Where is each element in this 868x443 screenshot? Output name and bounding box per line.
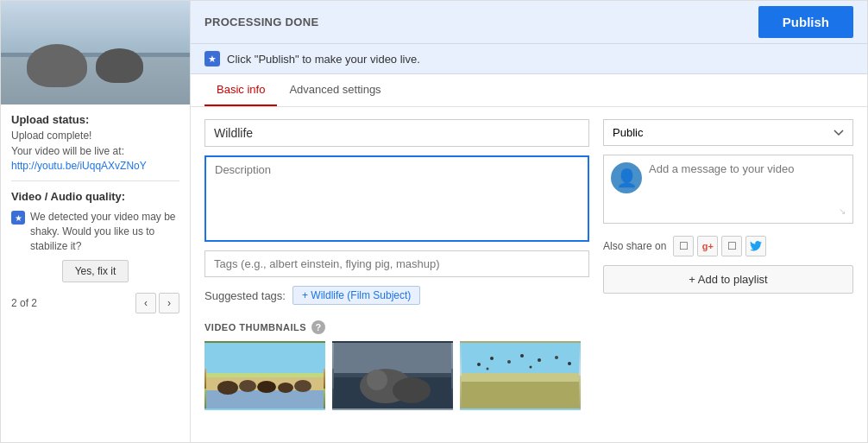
share-checkbox-1[interactable]: ☐ [673,236,694,256]
description-textarea[interactable] [204,155,589,242]
share-google-plus-button[interactable]: g+ [697,236,718,256]
video-thumbnail-preview [1,1,190,104]
hint-star-icon: ★ [204,51,220,66]
svg-point-25 [487,368,489,370]
visibility-select[interactable]: Public Private Unlisted [603,119,853,146]
tags-input[interactable] [204,250,589,277]
quality-text: We detected your video may be shaky. Wou… [30,210,179,253]
avatar-icon: 👤 [616,168,638,188]
tab-advanced-settings[interactable]: Advanced settings [277,74,393,106]
video-live-text: Your video will be live at: [11,145,179,157]
page-buttons: ‹ › [135,293,179,313]
video-link[interactable]: http://youtu.be/iUqqAXvZNoY [11,160,147,172]
thumbnails-row [204,341,589,410]
svg-point-13 [393,377,431,403]
resize-handle: ↘ [839,206,846,216]
svg-point-4 [217,381,238,395]
thumbnail-seal[interactable] [332,341,453,410]
thumbnail-horses-image [206,343,325,410]
svg-point-20 [507,360,511,364]
thumbnails-section: VIDEO THUMBNAILS ? [204,320,589,410]
svg-point-23 [555,356,558,359]
fix-button[interactable]: Yes, fix it [62,260,129,282]
suggested-tag-chip[interactable]: + Wildlife (Film Subject) [292,286,420,305]
tab-bar: Basic info Advanced settings [191,74,867,107]
publish-hint-text: Click "Publish" to make your video live. [227,53,420,66]
svg-point-14 [367,370,387,390]
share-twitter-button[interactable] [745,236,766,256]
svg-point-26 [530,366,532,369]
sidebar: Upload status: Upload complete! Your vid… [1,1,191,442]
form-left-column: Suggested tags: + Wildlife (Film Subject… [204,119,589,430]
upload-complete-text: Upload complete! [11,130,179,142]
svg-point-18 [477,363,481,366]
avatar: 👤 [611,162,642,193]
suggested-tags-row: Suggested tags: + Wildlife (Film Subject… [204,286,589,305]
thumbnails-label: VIDEO THUMBNAILS ? [204,320,589,334]
svg-rect-17 [462,382,581,410]
main-content: PROCESSING DONE Publish ★ Click "Publish… [191,1,867,442]
divider [11,180,179,181]
svg-point-5 [239,380,256,392]
svg-point-8 [294,380,311,392]
quality-label: Video / Audio quality: [11,190,179,203]
share-label: Also share on [603,240,666,252]
pagination: 2 of 2 ‹ › [11,293,179,313]
share-checkbox-2[interactable]: ☐ [721,236,742,256]
thumbnail-horses[interactable] [204,341,325,410]
quality-notice: ★ We detected your video may be shaky. W… [11,210,179,253]
message-input[interactable] [649,162,832,214]
svg-point-19 [490,357,494,360]
thumbnails-help-icon[interactable]: ? [311,320,325,334]
svg-point-6 [257,381,276,393]
title-input[interactable] [204,119,589,147]
form-right-column: Public Private Unlisted 👤 ↘ Also share o… [603,119,853,430]
prev-page-button[interactable]: ‹ [135,293,156,313]
thumbnail-birds[interactable] [460,341,581,410]
suggested-tags-label: Suggested tags: [204,289,286,302]
star-icon: ★ [11,211,25,225]
add-to-playlist-button[interactable]: + Add to playlist [603,265,853,294]
svg-point-21 [520,354,524,358]
svg-rect-16 [462,373,581,382]
tab-basic-info[interactable]: Basic info [204,74,277,106]
svg-point-7 [278,383,293,393]
form-area: Suggested tags: + Wildlife (Film Subject… [191,107,867,442]
page-count: 2 of 2 [11,297,37,309]
svg-rect-15 [462,343,581,377]
thumbnail-birds-image [462,343,581,410]
message-box: 👤 ↘ [603,155,853,224]
svg-rect-10 [334,343,453,373]
processing-bar: PROCESSING DONE Publish [191,1,867,44]
processing-status-text: PROCESSING DONE [204,16,318,28]
upload-status-label: Upload status: [11,113,179,126]
next-page-button[interactable]: › [159,293,179,313]
publish-button[interactable]: Publish [758,6,853,38]
svg-point-24 [568,362,571,365]
share-row: Also share on ☐ g+ ☐ [603,236,853,256]
share-icons: ☐ g+ ☐ [673,236,766,256]
svg-point-22 [538,358,541,362]
thumbnail-seal-image [334,343,453,410]
publish-hint-bar: ★ Click "Publish" to make your video liv… [191,44,867,74]
svg-rect-0 [206,343,325,377]
